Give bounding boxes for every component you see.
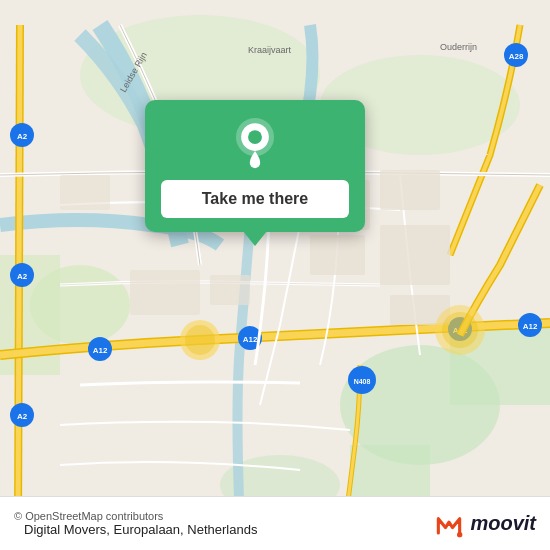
svg-text:A28: A28	[509, 52, 524, 61]
map-attribution: © OpenStreetMap contributors	[14, 510, 433, 522]
svg-point-46	[457, 532, 462, 537]
moovit-brand-name: moovit	[470, 512, 536, 535]
popup-card: Take me there	[145, 100, 365, 232]
svg-point-39	[185, 325, 215, 355]
svg-text:Ouderrijn: Ouderrijn	[440, 42, 477, 52]
svg-rect-33	[310, 235, 365, 275]
map-svg: A2 A2 A2 A28 A12 A12 A12 A12 N408	[0, 0, 550, 550]
svg-rect-35	[130, 270, 200, 315]
svg-text:A2: A2	[17, 132, 28, 141]
svg-text:A2: A2	[17, 412, 28, 421]
svg-rect-37	[60, 175, 110, 210]
map-container: A2 A2 A2 A28 A12 A12 A12 A12 N408	[0, 0, 550, 550]
moovit-logo-icon	[433, 508, 465, 540]
svg-text:A12: A12	[243, 335, 258, 344]
svg-point-41	[442, 312, 478, 348]
bottom-bar: © OpenStreetMap contributors Digital Mov…	[0, 496, 550, 550]
svg-text:A12: A12	[523, 322, 538, 331]
svg-rect-36	[210, 275, 250, 305]
svg-text:Kraaijvaart: Kraaijvaart	[248, 45, 292, 55]
moovit-logo: moovit	[433, 508, 536, 540]
svg-text:A12: A12	[93, 346, 108, 355]
svg-text:N408: N408	[354, 378, 371, 385]
svg-rect-31	[380, 170, 440, 210]
location-pin-icon	[229, 118, 281, 170]
svg-point-44	[248, 130, 262, 144]
location-label: Digital Movers, Europalaan, Netherlands	[24, 522, 433, 537]
svg-rect-32	[380, 225, 450, 285]
take-me-there-button[interactable]: Take me there	[161, 180, 349, 218]
svg-text:A2: A2	[17, 272, 28, 281]
